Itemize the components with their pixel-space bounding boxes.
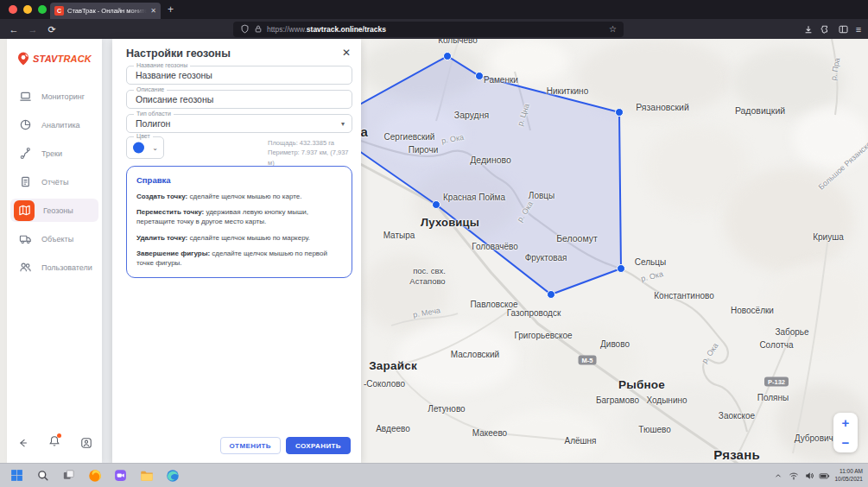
sidebar-item-label: Пользователи [41,263,92,272]
geozone-description-field[interactable]: Описание Описание геозоны [126,90,352,109]
area-value: Площадь: 432.3385 га [268,138,354,148]
map-label: Заборье [775,327,808,337]
map-label: Авдеево [376,424,410,433]
geozone-name-field[interactable]: Название геозоны Название геозоны [126,66,352,85]
map-label: Головачёво [472,242,518,251]
perimeter-value: Периметр: 7.937 км, (7,937 м) [268,148,354,168]
analytics-icon [17,117,33,133]
chat-icon[interactable] [111,465,130,485]
color-picker[interactable]: Цвет ⌄ [126,136,164,159]
sidebar-item-users[interactable]: Пользователи [7,253,102,281]
url-bar[interactable]: https://www.stavtrack.online/tracks ☆ [233,22,624,37]
sidebar-footer [7,435,102,451]
cancel-button[interactable]: ОТМЕНИТЬ [220,437,281,454]
map-label: Тюшево [638,425,671,434]
url-text: https://www.stavtrack.online/tracks [267,25,605,34]
map-label: Криуша [813,232,844,242]
map-label: Сергиевский [384,132,435,142]
zoom-out-button[interactable]: − [833,433,858,452]
tracking-shield-icon[interactable] [240,24,250,34]
help-title: Справка [136,175,342,185]
clock-time: 11:00 AM [834,468,863,476]
map-label: Ловцы [529,191,554,200]
map-label: Константиново [654,291,713,300]
browser-toolbar: ← → ⟳ https://www.stavtrack.online/track… [0,19,868,39]
battery-icon[interactable] [819,471,830,482]
map-label: Пирочи [409,145,438,155]
map-label: Зарудня [454,110,489,120]
explorer-icon[interactable] [136,465,156,485]
polygon-vertex-marker[interactable] [433,201,440,209]
downloads-icon[interactable] [801,22,815,36]
map-label: Никиткино [547,86,588,96]
map-label: Поляны [757,393,789,402]
sidebar: STAVTRACK МониторингАналитикаТрекиОтчёты… [7,39,102,463]
map[interactable]: КолычевоРаменкиНикиткиноЗарудняСергиевск… [361,39,868,463]
wifi-icon[interactable] [788,471,799,482]
map-label: Газопроводск [507,308,561,318]
map-label: Макеево [472,428,507,438]
map-label: Дединово [470,155,511,165]
window-controls [9,5,47,14]
sidebar-item-label: Объекты [41,235,73,244]
geozone-name-value: Название геозоны [136,70,212,80]
notification-dot [57,433,61,438]
browser-tab[interactable]: С СтавТрак - Онлайн мониторин ✕ [50,3,161,19]
report-icon [17,174,33,190]
map-label: пос. свх. [413,266,446,275]
color-swatch[interactable] [133,142,144,154]
panel-close-icon[interactable]: ✕ [342,47,351,59]
map-label: Белоомут [556,233,598,244]
help-box: Справка Создать точку: сделайте щелчок м… [126,166,352,278]
start-icon[interactable] [7,465,27,485]
polygon-vertex-marker[interactable] [476,73,484,80]
sidebar-item-geozones[interactable]: Геозоны [7,196,102,225]
back-icon[interactable]: ← [7,22,21,36]
new-tab-button[interactable]: + [168,3,174,16]
map-label: Рыбное [618,378,665,391]
save-button[interactable]: СОХРАНИТЬ [286,437,351,454]
area-type-select[interactable]: Тип области Полигон ▾ [126,114,352,133]
sidebar-item-reports[interactable]: Отчёты [7,168,102,196]
polygon-vertex-marker[interactable] [444,53,452,60]
zoom-in-button[interactable]: + [833,413,858,433]
tab-close-icon[interactable]: ✕ [150,7,156,15]
close-window-button[interactable] [9,5,17,14]
search-icon[interactable] [33,465,53,485]
chevron-down-icon: ⌄ [152,144,158,152]
polygon-vertex-marker[interactable] [616,109,624,117]
polygon-vertex-marker[interactable] [618,265,625,273]
forward-icon[interactable]: → [26,22,40,36]
notifications-bell-icon[interactable] [48,435,60,451]
app-content: КолычевоРаменкиНикиткиноЗарудняСергиевск… [0,39,868,463]
extensions-icon[interactable] [819,22,833,36]
chevron-up-icon[interactable] [772,471,783,482]
account-icon[interactable] [80,437,92,449]
help-item: Создать точку: сделайте щелчок мышью по … [136,192,342,201]
sidebar-panel-icon[interactable] [836,22,850,36]
sidebar-item-label: Треки [41,149,62,158]
task-view-icon[interactable] [59,465,79,485]
sidebar-item-objects[interactable]: Объекты [7,225,102,253]
map-label: Луховицы [421,216,479,229]
map-label: Алёшня [564,436,596,446]
lock-icon[interactable] [254,24,263,34]
firefox-icon[interactable] [85,465,105,485]
truck-icon [17,231,33,247]
collapse-sidebar-icon[interactable] [16,437,29,449]
polygon-vertex-marker[interactable] [548,291,555,299]
map-label: Раменки [484,75,518,85]
sidebar-item-label: Мониторинг [41,92,85,101]
reload-icon[interactable]: ⟳ [45,22,59,36]
zoom-window-button[interactable] [38,5,47,14]
sidebar-item-analytics[interactable]: Аналитика [7,111,102,139]
taskbar-clock[interactable]: 11:00 AM 10/05/2021 [834,468,863,484]
bookmark-star-icon[interactable]: ☆ [609,24,617,34]
minimize-window-button[interactable] [23,5,32,14]
sidebar-item-tracks[interactable]: Треки [7,139,102,168]
volume-icon[interactable] [803,471,814,482]
sidebar-item-monitoring[interactable]: Мониторинг [7,82,102,111]
menu-hamburger-icon[interactable]: ≡ [852,22,865,36]
edge-icon[interactable] [162,465,182,485]
sidebar-item-label: Отчёты [41,178,68,187]
